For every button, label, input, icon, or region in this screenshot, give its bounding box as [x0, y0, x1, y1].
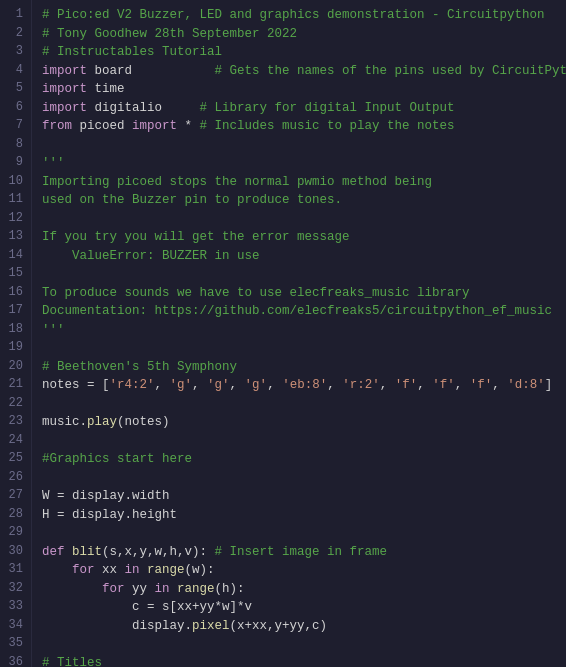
line-number: 36	[6, 654, 23, 668]
line-number: 21	[6, 376, 23, 395]
code-line	[42, 635, 566, 654]
code-line	[42, 432, 566, 451]
line-number: 18	[6, 321, 23, 340]
code-line	[42, 265, 566, 284]
line-number: 11	[6, 191, 23, 210]
code-line: H = display.height	[42, 506, 566, 525]
code-line: Documentation: https://github.com/elecfr…	[42, 302, 566, 321]
code-line: display.pixel(x+xx,y+yy,c)	[42, 617, 566, 636]
line-number: 4	[6, 62, 23, 81]
code-line: #Graphics start here	[42, 450, 566, 469]
code-line: # Pico:ed V2 Buzzer, LED and graphics de…	[42, 6, 566, 25]
code-content: # Pico:ed V2 Buzzer, LED and graphics de…	[32, 0, 566, 667]
line-number: 6	[6, 99, 23, 118]
line-number: 13	[6, 228, 23, 247]
line-number: 20	[6, 358, 23, 377]
code-line	[42, 210, 566, 229]
line-number: 27	[6, 487, 23, 506]
line-number: 34	[6, 617, 23, 636]
line-number: 32	[6, 580, 23, 599]
code-line: import digitalio # Library for digital I…	[42, 99, 566, 118]
code-line: music.play(notes)	[42, 413, 566, 432]
code-line: notes = ['r4:2', 'g', 'g', 'g', 'eb:8', …	[42, 376, 566, 395]
code-line: ValueError: BUZZER in use	[42, 247, 566, 266]
code-line: c = s[xx+yy*w]*v	[42, 598, 566, 617]
line-number: 31	[6, 561, 23, 580]
line-number: 9	[6, 154, 23, 173]
code-line	[42, 395, 566, 414]
code-line: If you try you will get the error messag…	[42, 228, 566, 247]
code-line: import board # Gets the names of the pin…	[42, 62, 566, 81]
line-number: 33	[6, 598, 23, 617]
code-line: W = display.width	[42, 487, 566, 506]
code-editor: 1234567891011121314151617181920212223242…	[0, 0, 566, 667]
code-line: # Instructables Tutorial	[42, 43, 566, 62]
code-line	[42, 524, 566, 543]
line-number: 17	[6, 302, 23, 321]
line-number: 24	[6, 432, 23, 451]
code-line: def blit(s,x,y,w,h,v): # Insert image in…	[42, 543, 566, 562]
code-line: '''	[42, 321, 566, 340]
line-number: 8	[6, 136, 23, 155]
line-number: 2	[6, 25, 23, 44]
code-line: # Titles	[42, 654, 566, 668]
line-number: 3	[6, 43, 23, 62]
line-number: 1	[6, 6, 23, 25]
code-line: import time	[42, 80, 566, 99]
code-line: To produce sounds we have to use elecfre…	[42, 284, 566, 303]
code-line	[42, 469, 566, 488]
line-number: 35	[6, 635, 23, 654]
code-line: '''	[42, 154, 566, 173]
line-number: 30	[6, 543, 23, 562]
code-line	[42, 339, 566, 358]
line-number: 16	[6, 284, 23, 303]
code-line: # Beethoven's 5th Symphony	[42, 358, 566, 377]
code-line: # Tony Goodhew 28th September 2022	[42, 25, 566, 44]
code-line: Importing picoed stops the normal pwmio …	[42, 173, 566, 192]
line-number: 5	[6, 80, 23, 99]
line-number: 25	[6, 450, 23, 469]
code-line: from picoed import * # Includes music to…	[42, 117, 566, 136]
code-line: for yy in range(h):	[42, 580, 566, 599]
code-line: used on the Buzzer pin to produce tones.	[42, 191, 566, 210]
line-number-gutter: 1234567891011121314151617181920212223242…	[0, 0, 32, 667]
line-number: 28	[6, 506, 23, 525]
line-number: 23	[6, 413, 23, 432]
line-number: 15	[6, 265, 23, 284]
line-number: 14	[6, 247, 23, 266]
line-number: 7	[6, 117, 23, 136]
line-number: 26	[6, 469, 23, 488]
line-number: 12	[6, 210, 23, 229]
line-number: 19	[6, 339, 23, 358]
code-line	[42, 136, 566, 155]
line-number: 10	[6, 173, 23, 192]
code-line: for xx in range(w):	[42, 561, 566, 580]
line-number: 22	[6, 395, 23, 414]
line-number: 29	[6, 524, 23, 543]
